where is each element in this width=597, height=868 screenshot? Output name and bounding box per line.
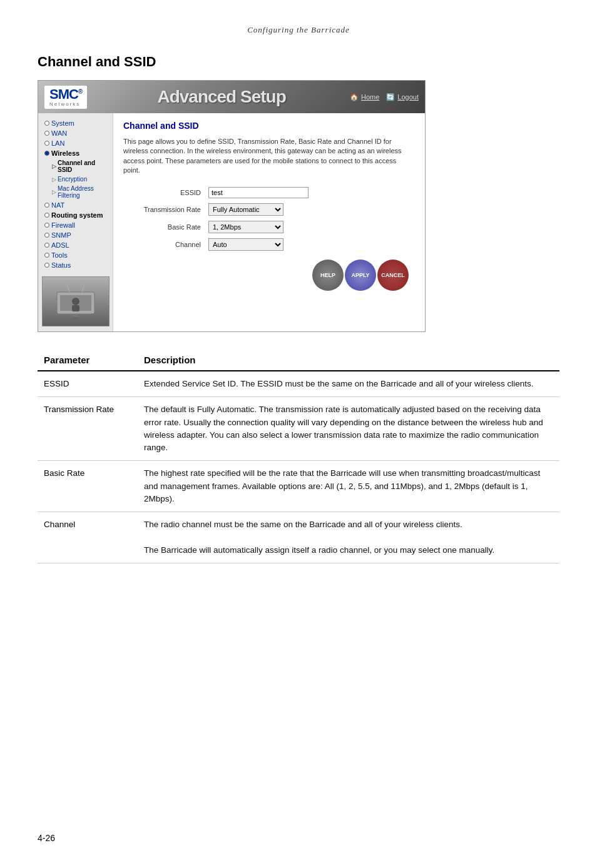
smc-logo: SMC® Networks [44,86,87,109]
radio-routing [44,213,49,218]
router-header: SMC® Networks Advanced Setup 🏠 Home 🔄 Lo… [38,81,425,113]
sidebar-label-firewall: Firewall [51,221,75,229]
arrow-channel-ssid: ▷ [52,163,56,169]
sidebar-subitem-label-encryption: Encryption [58,176,87,183]
basic-rate-input-cell: 1, 2Mbps All [205,218,415,236]
sidebar-item-firewall[interactable]: Firewall [42,220,109,230]
essid-label: ESSID [123,184,205,201]
sidebar-subitem-mac-filtering[interactable]: ▷ Mac Address Filtering [42,184,109,200]
doc-row-basic-rate: Basic Rate The highest rate specified wi… [38,461,559,512]
help-button[interactable]: HELP [312,260,344,291]
doc-row-essid: ESSID Extended Service Set ID. The ESSID… [38,371,559,397]
page-header-text: Configuring the Barricade [247,25,350,34]
router-body: System WAN LAN Wireless ▷ Channel and SS… [38,113,425,331]
transmission-rate-input-cell: Fully Automatic 1 Mbps 2 Mbps 5.5 Mbps 1… [205,201,415,218]
doc-desc-channel-line2: The Barricade will automatically assign … [144,544,553,557]
channel-input-cell: Auto 1234 5678 91011 [205,236,415,253]
sidebar-item-status[interactable]: Status [42,260,109,270]
sidebar-label-nat: NAT [51,201,64,209]
arrow-encryption: ▷ [52,176,56,183]
doc-param-essid: ESSID [38,371,138,397]
doc-row-transmission: Transmission Rate The default is Fully A… [38,397,559,461]
form-table: ESSID Transmission Rate Fully Automatic … [123,184,415,253]
sidebar-item-wan[interactable]: WAN [42,128,109,138]
doc-param-basic-rate: Basic Rate [38,461,138,512]
main-content: Channel and SSID This page allows you to… [113,113,425,331]
sidebar-item-tools[interactable]: Tools [42,250,109,260]
sidebar-item-wireless[interactable]: Wireless [42,148,109,158]
sidebar-label-wan: WAN [51,129,67,137]
nav-links: 🏠 Home 🔄 Logout [350,93,419,101]
apply-button[interactable]: APPLY [345,260,376,291]
doc-row-channel: Channel The radio channel must be the sa… [38,512,559,563]
sidebar-label-tools: Tools [51,251,68,259]
essid-input[interactable] [208,187,309,198]
form-row-basic-rate: Basic Rate 1, 2Mbps All [123,218,415,236]
sidebar-item-system[interactable]: System [42,118,109,128]
router-frame: SMC® Networks Advanced Setup 🏠 Home 🔄 Lo… [38,80,426,332]
smc-logo-text: SMC® [49,88,82,101]
svg-line-4 [66,283,69,292]
nav-home-link[interactable]: Home [361,93,379,101]
content-title: Channel and SSID [123,121,415,131]
essid-input-cell [205,184,415,201]
sidebar-label-system: System [51,119,74,127]
radio-wan [44,131,49,136]
radio-status [44,263,49,268]
sidebar-label-adsl: ADSL [51,241,69,249]
doc-param-transmission: Transmission Rate [38,397,138,461]
doc-table: Parameter Description ESSID Extended Ser… [38,351,559,563]
sidebar-subitem-label-channel-ssid: Channel and SSID [58,159,106,173]
basic-rate-select[interactable]: 1, 2Mbps All [208,221,283,233]
form-row-transmission: Transmission Rate Fully Automatic 1 Mbps… [123,201,415,218]
radio-nat [44,203,49,208]
doc-desc-essid: Extended Service Set ID. The ESSID must … [138,371,559,397]
sidebar-item-nat[interactable]: NAT [42,200,109,210]
sidebar-subitem-label-mac-filtering: Mac Address Filtering [58,185,106,199]
doc-desc-channel-line1: The radio channel must be the same on th… [144,518,553,531]
nav-logout-link[interactable]: Logout [397,93,419,101]
sidebar-device-image [42,276,110,326]
form-row-essid: ESSID [123,184,415,201]
doc-desc-channel: The radio channel must be the same on th… [138,512,559,563]
smc-networks-text: Networks [49,101,80,107]
section-title: Channel and SSID [38,54,559,70]
transmission-rate-label: Transmission Rate [123,201,205,218]
sidebar-item-snmp[interactable]: SNMP [42,230,109,240]
arrow-mac-filtering: ▷ [52,189,56,195]
radio-tools [44,253,49,258]
doc-desc-transmission: The default is Fully Automatic. The tran… [138,397,559,461]
sidebar-label-lan: LAN [51,139,64,147]
sidebar-subitem-channel-ssid[interactable]: ▷ Channel and SSID [42,158,109,174]
page-number: 4-26 [38,833,55,843]
radio-lan [44,141,49,146]
radio-snmp [44,233,49,238]
svg-point-6 [72,298,79,305]
sidebar-label-routing: Routing system [51,211,103,219]
sidebar-label-status: Status [51,261,71,269]
basic-rate-label: Basic Rate [123,218,205,236]
description-text: This page allows you to define SSID, Tra… [123,137,415,176]
home-icon: 🏠 [350,93,359,101]
logout-icon: 🔄 [386,93,395,101]
channel-select[interactable]: Auto 1234 5678 91011 [208,238,283,251]
channel-label: Channel [123,236,205,253]
sidebar-item-adsl[interactable]: ADSL [42,240,109,250]
sidebar-item-routing[interactable]: Routing system [42,210,109,220]
svg-rect-7 [72,305,79,311]
sidebar-subitem-encryption[interactable]: ▷ Encryption [42,174,109,184]
svg-line-5 [82,283,85,292]
sidebar-label-snmp: SNMP [51,231,71,239]
doc-col-desc: Description [138,351,559,371]
sidebar-item-lan[interactable]: LAN [42,138,109,148]
doc-param-channel: Channel [38,512,138,563]
sidebar-label-wireless: Wireless [51,149,79,157]
transmission-rate-select[interactable]: Fully Automatic 1 Mbps 2 Mbps 5.5 Mbps 1… [208,203,283,216]
radio-wireless [44,151,49,156]
form-row-channel: Channel Auto 1234 5678 91011 [123,236,415,253]
cancel-button[interactable]: CANCEL [377,260,409,291]
radio-firewall [44,223,49,228]
radio-system [44,121,49,126]
sidebar: System WAN LAN Wireless ▷ Channel and SS… [38,113,113,331]
radio-adsl [44,243,49,248]
